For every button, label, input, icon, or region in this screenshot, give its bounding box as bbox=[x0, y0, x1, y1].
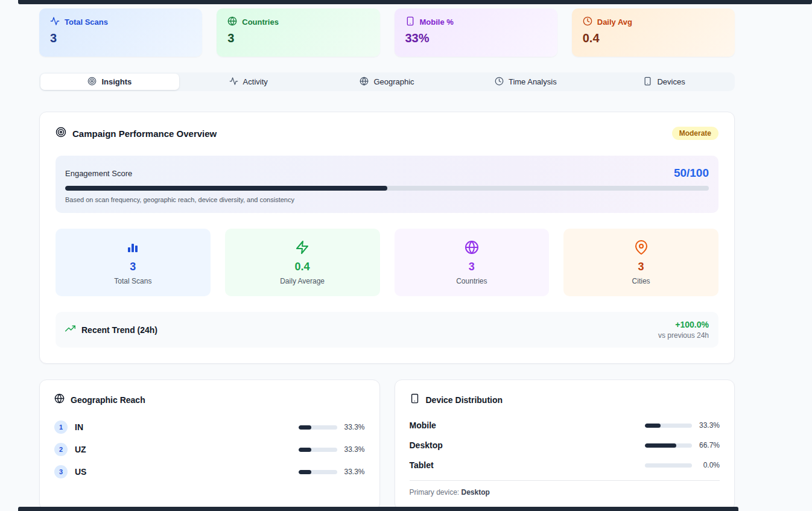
mini-stat-countries: 3 Countries bbox=[395, 229, 550, 296]
map-pin-icon bbox=[634, 240, 649, 257]
country-progress-fill bbox=[299, 448, 311, 452]
device-row: Desktop 66.7% bbox=[410, 440, 720, 450]
trend-label: Recent Trend (24h) bbox=[81, 325, 157, 335]
stat-value: 33% bbox=[405, 31, 547, 45]
tab-geographic[interactable]: Geographic bbox=[318, 74, 457, 90]
mini-stat-value: 3 bbox=[469, 261, 475, 273]
devices-title: Device Distribution bbox=[426, 395, 503, 405]
tab-insights[interactable]: Insights bbox=[40, 74, 179, 90]
mini-stat-label: Daily Average bbox=[280, 277, 325, 285]
activity-icon bbox=[229, 77, 238, 87]
country-percent: 33.3% bbox=[337, 423, 365, 431]
zap-icon bbox=[295, 240, 309, 257]
tab-label: Devices bbox=[657, 77, 685, 86]
primary-device-value: Desktop bbox=[462, 488, 490, 497]
tab-bar: Insights Activity Geographic Time Analys… bbox=[39, 72, 735, 91]
clock-icon bbox=[495, 77, 504, 87]
trending-up-icon bbox=[65, 323, 75, 336]
device-label: Tablet bbox=[410, 460, 434, 470]
geographic-reach-card: Geographic Reach 1 IN 33.3% 2 UZ 33.3% bbox=[39, 379, 380, 510]
geo-row: 2 UZ 33.3% bbox=[54, 443, 365, 456]
engagement-score: 50/100 bbox=[674, 167, 709, 180]
engagement-progress-fill bbox=[65, 186, 387, 191]
device-row: Tablet 0.0% bbox=[410, 460, 720, 470]
smartphone-icon bbox=[643, 77, 652, 87]
engagement-label: Engagement Score bbox=[65, 169, 132, 178]
recent-trend-panel: Recent Trend (24h) +100.0% vs previous 2… bbox=[56, 312, 718, 348]
country-percent: 33.3% bbox=[337, 445, 365, 454]
globe-icon bbox=[465, 240, 479, 257]
mini-stat-daily-average: 0.4 Daily Average bbox=[225, 229, 380, 296]
tab-label: Insights bbox=[101, 77, 132, 86]
tab-label: Activity bbox=[243, 77, 268, 86]
stats-row: Total Scans 3 Countries 3 Mobile % 33% bbox=[39, 8, 735, 57]
stat-card-daily-avg: Daily Avg 0.4 bbox=[572, 8, 735, 57]
geo-row: 1 IN 33.3% bbox=[54, 421, 365, 434]
stat-label: Mobile % bbox=[420, 17, 454, 27]
device-distribution-card: Device Distribution Mobile 33.3% Desktop… bbox=[395, 379, 735, 510]
tab-label: Time Analysis bbox=[509, 77, 557, 86]
stat-label: Total Scans bbox=[65, 17, 108, 27]
geographic-title: Geographic Reach bbox=[71, 395, 145, 405]
bottom-row: Geographic Reach 1 IN 33.3% 2 UZ 33.3% bbox=[39, 379, 735, 511]
mini-stat-label: Countries bbox=[456, 277, 487, 285]
device-progress-fill bbox=[645, 443, 676, 448]
tab-time-analysis[interactable]: Time Analysis bbox=[456, 74, 595, 90]
stat-card-total-scans: Total Scans 3 bbox=[39, 8, 202, 57]
overview-title: Campaign Performance Overview bbox=[72, 129, 217, 139]
stat-card-countries: Countries 3 bbox=[217, 8, 379, 57]
dashboard-content: Total Scans 3 Countries 3 Mobile % 33% bbox=[39, 0, 735, 511]
country-code: US bbox=[75, 467, 86, 477]
device-label: Mobile bbox=[410, 421, 436, 430]
stat-label: Countries bbox=[242, 17, 279, 27]
globe-icon bbox=[54, 393, 65, 406]
tab-label: Geographic bbox=[373, 77, 414, 86]
engagement-score-panel: Engagement Score 50/100 Based on scan fr… bbox=[56, 156, 718, 213]
stat-value: 3 bbox=[50, 31, 191, 45]
geo-row: 3 US 33.3% bbox=[54, 465, 365, 478]
top-edge-decoration bbox=[18, 0, 812, 4]
rank-badge: 1 bbox=[54, 421, 68, 434]
rank-badge: 2 bbox=[54, 443, 68, 456]
mini-stat-total-scans: 3 Total Scans bbox=[56, 229, 211, 296]
device-progress-bar bbox=[645, 443, 692, 448]
country-progress-bar bbox=[299, 448, 337, 452]
mini-stat-value: 3 bbox=[130, 261, 136, 273]
engagement-description: Based on scan frequency, geographic reac… bbox=[65, 196, 709, 203]
primary-device-note: Primary device: Desktop bbox=[410, 480, 720, 497]
country-progress-bar bbox=[299, 425, 337, 430]
device-percent: 66.7% bbox=[692, 441, 720, 449]
engagement-progress-bar bbox=[65, 186, 709, 191]
country-percent: 33.3% bbox=[337, 468, 365, 476]
status-badge: Moderate bbox=[672, 127, 718, 140]
device-percent: 33.3% bbox=[692, 421, 720, 430]
country-code: UZ bbox=[75, 445, 86, 454]
stat-card-mobile-percent: Mobile % 33% bbox=[395, 8, 557, 57]
rank-badge: 3 bbox=[54, 465, 68, 478]
clock-icon bbox=[583, 16, 592, 28]
analytics-dashboard: { "stats": [ { "icon": "activity-icon", … bbox=[0, 0, 812, 511]
mini-stat-value: 0.4 bbox=[295, 261, 310, 273]
country-progress-fill bbox=[299, 425, 311, 430]
globe-icon bbox=[360, 77, 369, 87]
primary-device-label: Primary device: bbox=[410, 488, 460, 497]
device-percent: 0.0% bbox=[692, 461, 720, 469]
mini-stat-cities: 3 Cities bbox=[563, 229, 718, 296]
country-code: IN bbox=[75, 422, 83, 432]
device-progress-bar bbox=[645, 463, 692, 468]
globe-icon bbox=[227, 16, 237, 28]
tab-activity[interactable]: Activity bbox=[179, 74, 318, 90]
target-icon bbox=[56, 127, 66, 140]
country-progress-fill bbox=[299, 470, 311, 474]
stat-value: 0.4 bbox=[583, 31, 724, 45]
device-label: Desktop bbox=[410, 440, 443, 450]
mini-stat-label: Cities bbox=[632, 277, 650, 285]
tab-devices[interactable]: Devices bbox=[595, 74, 734, 90]
target-icon bbox=[87, 77, 97, 87]
device-progress-fill bbox=[645, 424, 661, 428]
trend-value: +100.0% bbox=[658, 320, 709, 329]
device-row: Mobile 33.3% bbox=[410, 421, 720, 430]
bar-chart-icon bbox=[125, 240, 140, 257]
campaign-overview-card: Campaign Performance Overview Moderate E… bbox=[39, 112, 735, 364]
stat-label: Daily Avg bbox=[597, 17, 632, 27]
